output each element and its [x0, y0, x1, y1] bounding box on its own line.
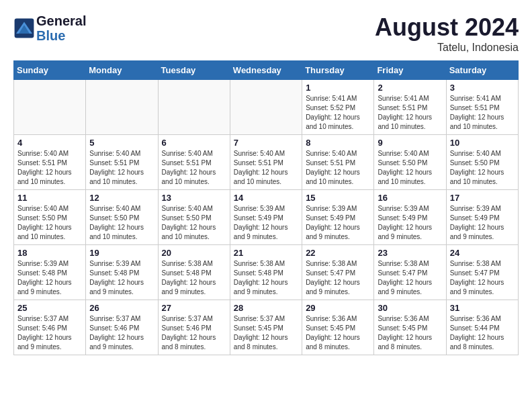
day-number: 23: [378, 248, 442, 258]
day-info: Sunrise: 5:36 AM Sunset: 5:44 PM Dayligh…: [450, 314, 515, 352]
calendar-table: SundayMondayTuesdayWednesdayThursdayFrid…: [13, 60, 519, 355]
day-number: 10: [450, 138, 515, 148]
day-number: 29: [306, 303, 370, 313]
day-number: 26: [89, 303, 154, 313]
weekday-header-saturday: Saturday: [446, 61, 518, 80]
calendar-cell: 31Sunrise: 5:36 AM Sunset: 5:44 PM Dayli…: [446, 300, 518, 355]
day-info: Sunrise: 5:40 AM Sunset: 5:51 PM Dayligh…: [17, 149, 82, 187]
calendar-cell: [158, 80, 230, 135]
day-info: Sunrise: 5:40 AM Sunset: 5:50 PM Dayligh…: [89, 204, 154, 242]
day-number: 30: [378, 303, 442, 313]
day-number: 9: [378, 138, 442, 148]
day-info: Sunrise: 5:41 AM Sunset: 5:52 PM Dayligh…: [306, 94, 370, 132]
calendar-cell: 10Sunrise: 5:40 AM Sunset: 5:50 PM Dayli…: [446, 135, 518, 190]
calendar-cell: 13Sunrise: 5:40 AM Sunset: 5:50 PM Dayli…: [158, 190, 230, 245]
day-number: 2: [378, 83, 442, 93]
day-info: Sunrise: 5:37 AM Sunset: 5:45 PM Dayligh…: [234, 314, 298, 352]
day-number: 31: [450, 303, 515, 313]
day-info: Sunrise: 5:36 AM Sunset: 5:45 PM Dayligh…: [306, 314, 370, 352]
weekday-header-sunday: Sunday: [14, 61, 86, 80]
day-info: Sunrise: 5:38 AM Sunset: 5:47 PM Dayligh…: [378, 259, 442, 297]
day-info: Sunrise: 5:38 AM Sunset: 5:48 PM Dayligh…: [162, 259, 226, 297]
day-number: 7: [234, 138, 298, 148]
calendar-cell: 20Sunrise: 5:38 AM Sunset: 5:48 PM Dayli…: [158, 245, 230, 300]
day-info: Sunrise: 5:37 AM Sunset: 5:46 PM Dayligh…: [162, 314, 226, 352]
calendar-cell: 11Sunrise: 5:40 AM Sunset: 5:50 PM Dayli…: [14, 190, 86, 245]
location: Tatelu, Indonesia: [375, 42, 519, 54]
day-info: Sunrise: 5:36 AM Sunset: 5:45 PM Dayligh…: [378, 314, 442, 352]
calendar-cell: 12Sunrise: 5:40 AM Sunset: 5:50 PM Dayli…: [86, 190, 158, 245]
day-number: 24: [450, 248, 515, 258]
calendar-cell: 30Sunrise: 5:36 AM Sunset: 5:45 PM Dayli…: [374, 300, 446, 355]
day-number: 19: [89, 248, 154, 258]
calendar-cell: 6Sunrise: 5:40 AM Sunset: 5:51 PM Daylig…: [158, 135, 230, 190]
title-block: August 2024 Tatelu, Indonesia: [375, 13, 519, 54]
weekday-header-tuesday: Tuesday: [158, 61, 230, 80]
day-number: 15: [306, 193, 370, 203]
day-number: 11: [17, 193, 82, 203]
day-info: Sunrise: 5:39 AM Sunset: 5:49 PM Dayligh…: [378, 204, 442, 242]
day-number: 5: [89, 138, 154, 148]
calendar-cell: 8Sunrise: 5:40 AM Sunset: 5:51 PM Daylig…: [302, 135, 374, 190]
day-number: 22: [306, 248, 370, 258]
calendar-cell: 27Sunrise: 5:37 AM Sunset: 5:46 PM Dayli…: [158, 300, 230, 355]
calendar-cell: [14, 80, 86, 135]
calendar-cell: 17Sunrise: 5:39 AM Sunset: 5:49 PM Dayli…: [446, 190, 518, 245]
day-number: 4: [17, 138, 82, 148]
day-number: 27: [162, 303, 226, 313]
calendar-cell: 15Sunrise: 5:39 AM Sunset: 5:49 PM Dayli…: [302, 190, 374, 245]
month-title: August 2024: [375, 13, 519, 42]
logo: General Blue: [13, 13, 86, 43]
day-number: 20: [162, 248, 226, 258]
calendar-cell: 29Sunrise: 5:36 AM Sunset: 5:45 PM Dayli…: [302, 300, 374, 355]
day-info: Sunrise: 5:39 AM Sunset: 5:49 PM Dayligh…: [306, 204, 370, 242]
day-number: 6: [162, 138, 226, 148]
day-info: Sunrise: 5:39 AM Sunset: 5:49 PM Dayligh…: [234, 204, 298, 242]
day-info: Sunrise: 5:40 AM Sunset: 5:51 PM Dayligh…: [89, 149, 154, 187]
day-number: 12: [89, 193, 154, 203]
day-info: Sunrise: 5:38 AM Sunset: 5:47 PM Dayligh…: [450, 259, 515, 297]
week-row-1: 1Sunrise: 5:41 AM Sunset: 5:52 PM Daylig…: [14, 80, 519, 135]
day-number: 1: [306, 83, 370, 93]
week-row-3: 11Sunrise: 5:40 AM Sunset: 5:50 PM Dayli…: [14, 190, 519, 245]
calendar-cell: 21Sunrise: 5:38 AM Sunset: 5:48 PM Dayli…: [230, 245, 302, 300]
day-info: Sunrise: 5:40 AM Sunset: 5:50 PM Dayligh…: [17, 204, 82, 242]
day-info: Sunrise: 5:39 AM Sunset: 5:48 PM Dayligh…: [17, 259, 82, 297]
day-number: 8: [306, 138, 370, 148]
day-info: Sunrise: 5:39 AM Sunset: 5:49 PM Dayligh…: [450, 204, 515, 242]
day-number: 25: [17, 303, 82, 313]
calendar-cell: 7Sunrise: 5:40 AM Sunset: 5:51 PM Daylig…: [230, 135, 302, 190]
day-info: Sunrise: 5:40 AM Sunset: 5:50 PM Dayligh…: [378, 149, 442, 187]
day-info: Sunrise: 5:41 AM Sunset: 5:51 PM Dayligh…: [450, 94, 515, 132]
day-number: 28: [234, 303, 298, 313]
logo-icon: [13, 17, 35, 39]
calendar-cell: 14Sunrise: 5:39 AM Sunset: 5:49 PM Dayli…: [230, 190, 302, 245]
day-number: 21: [234, 248, 298, 258]
day-info: Sunrise: 5:38 AM Sunset: 5:47 PM Dayligh…: [306, 259, 370, 297]
day-number: 16: [378, 193, 442, 203]
calendar-cell: 3Sunrise: 5:41 AM Sunset: 5:51 PM Daylig…: [446, 80, 518, 135]
day-info: Sunrise: 5:40 AM Sunset: 5:50 PM Dayligh…: [162, 204, 226, 242]
day-number: 18: [17, 248, 82, 258]
day-info: Sunrise: 5:40 AM Sunset: 5:51 PM Dayligh…: [234, 149, 298, 187]
week-row-5: 25Sunrise: 5:37 AM Sunset: 5:46 PM Dayli…: [14, 300, 519, 355]
day-number: 17: [450, 193, 515, 203]
calendar-cell: [230, 80, 302, 135]
weekday-header-monday: Monday: [86, 61, 158, 80]
calendar-cell: 5Sunrise: 5:40 AM Sunset: 5:51 PM Daylig…: [86, 135, 158, 190]
calendar-cell: 25Sunrise: 5:37 AM Sunset: 5:46 PM Dayli…: [14, 300, 86, 355]
day-info: Sunrise: 5:37 AM Sunset: 5:46 PM Dayligh…: [89, 314, 154, 352]
day-info: Sunrise: 5:40 AM Sunset: 5:50 PM Dayligh…: [450, 149, 515, 187]
day-number: 14: [234, 193, 298, 203]
calendar-cell: 26Sunrise: 5:37 AM Sunset: 5:46 PM Dayli…: [86, 300, 158, 355]
logo-text: General Blue: [36, 13, 86, 43]
week-row-2: 4Sunrise: 5:40 AM Sunset: 5:51 PM Daylig…: [14, 135, 519, 190]
calendar-cell: 28Sunrise: 5:37 AM Sunset: 5:45 PM Dayli…: [230, 300, 302, 355]
calendar-cell: 18Sunrise: 5:39 AM Sunset: 5:48 PM Dayli…: [14, 245, 86, 300]
calendar-cell: 1Sunrise: 5:41 AM Sunset: 5:52 PM Daylig…: [302, 80, 374, 135]
weekday-header-row: SundayMondayTuesdayWednesdayThursdayFrid…: [14, 61, 519, 80]
day-info: Sunrise: 5:40 AM Sunset: 5:51 PM Dayligh…: [306, 149, 370, 187]
day-info: Sunrise: 5:38 AM Sunset: 5:48 PM Dayligh…: [234, 259, 298, 297]
calendar-cell: 22Sunrise: 5:38 AM Sunset: 5:47 PM Dayli…: [302, 245, 374, 300]
day-number: 3: [450, 83, 515, 93]
